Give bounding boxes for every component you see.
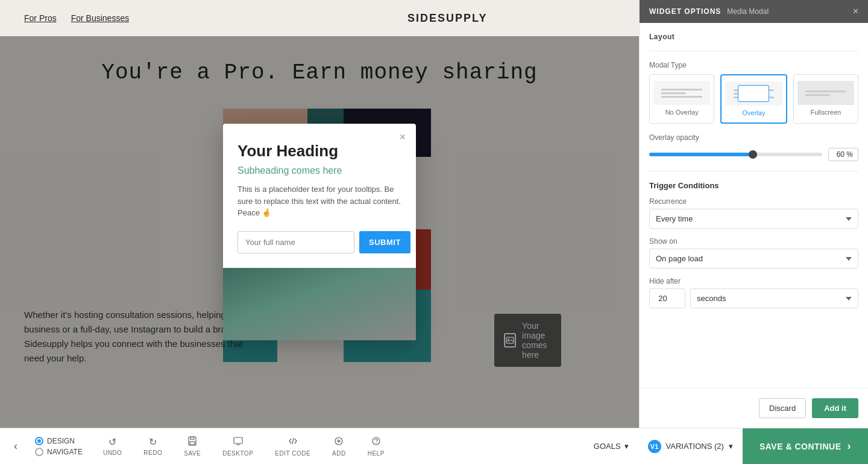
preview-line-3 — [661, 96, 702, 98]
modal-type-fullscreen[interactable]: Fullscreen — [793, 74, 858, 124]
edit-code-icon — [288, 436, 298, 448]
modal-overlay[interactable]: × Your Heading Subheading comes here Thi… — [0, 36, 639, 428]
desktop-label: DESKTOP — [222, 450, 253, 457]
overlay-label: Overlay — [743, 109, 766, 116]
panel-close-button[interactable]: × — [853, 6, 858, 17]
save-continue-button[interactable]: SAVE & CONTINUE › — [743, 428, 868, 465]
design-radio-dot — [35, 437, 43, 445]
layout-divider — [649, 51, 858, 51]
show-on-label: Show on — [649, 237, 858, 246]
variations-button[interactable]: V1 VARIATIONS (2) ▾ — [638, 435, 743, 458]
undo-label: UNDO — [103, 450, 122, 456]
modal-form: SUBMIT — [223, 231, 416, 268]
goals-chevron-icon: ▾ — [624, 442, 629, 451]
opacity-slider-track[interactable] — [649, 153, 822, 156]
modal-subheading: Subheading comes here — [223, 165, 416, 183]
add-it-button[interactable]: Add it — [812, 398, 858, 418]
desktop-icon — [233, 436, 243, 448]
widget-options-panel: WIDGET OPTIONS Media Modal × Layout Moda… — [639, 0, 868, 428]
modal-type-overlay[interactable]: Overlay — [720, 74, 787, 124]
help-icon — [371, 436, 381, 448]
overlay-preview — [725, 81, 782, 106]
toolbar-right: GOALS ▾ V1 VARIATIONS (2) ▾ SAVE & CONTI… — [584, 428, 868, 465]
edit-code-label: EDIT CODE — [275, 450, 310, 457]
svg-point-8 — [376, 442, 377, 443]
preview-line-1 — [661, 89, 702, 91]
modal-type-no-overlay[interactable]: No Overlay — [649, 74, 714, 124]
redo-icon: ↻ — [149, 436, 157, 448]
hide-after-input[interactable] — [649, 288, 685, 308]
modal-type-label: Modal Type — [649, 61, 858, 69]
opacity-row: 60 % — [649, 148, 858, 161]
fullscreen-preview — [797, 81, 854, 105]
no-overlay-preview — [653, 81, 710, 105]
no-overlay-label: No Overlay — [665, 109, 699, 116]
panel-header-title: WIDGET OPTIONS Media Modal — [649, 7, 769, 16]
svg-rect-3 — [190, 437, 194, 439]
help-button[interactable]: HELP — [357, 433, 395, 460]
show-on-select[interactable]: On page load — [649, 249, 858, 269]
opacity-slider-fill — [649, 153, 753, 156]
hide-after-unit-select[interactable]: seconds — [690, 288, 858, 308]
opacity-unit: % — [846, 150, 853, 159]
add-button[interactable]: ADD — [321, 433, 357, 460]
recurrence-select[interactable]: Every time — [649, 209, 858, 229]
undo-button[interactable]: ↺ UNDO — [92, 433, 133, 460]
add-label: ADD — [332, 450, 346, 457]
trigger-conditions-label: Trigger Conditions — [649, 181, 858, 190]
panel-title: WIDGET OPTIONS — [649, 7, 721, 16]
modal-name-input[interactable] — [237, 231, 354, 253]
goals-label: GOALS — [594, 442, 621, 451]
svg-rect-5 — [234, 437, 242, 443]
variations-chevron-icon: ▾ — [729, 442, 733, 451]
panel-footer: Discard Add it — [640, 388, 868, 428]
add-icon — [334, 436, 344, 448]
back-arrow-button[interactable]: ‹ — [6, 437, 25, 456]
goals-button[interactable]: GOALS ▾ — [584, 437, 638, 456]
panel-header: WIDGET OPTIONS Media Modal × — [640, 0, 868, 23]
discard-button[interactable]: Discard — [759, 398, 806, 418]
fs-line-1 — [805, 91, 846, 92]
panel-subtitle: Media Modal — [727, 7, 769, 16]
opacity-label: Overlay opacity — [649, 133, 858, 142]
toolbar-actions: ↺ UNDO ↻ REDO SAVE DESKTOP EDIT CODE — [92, 433, 395, 460]
save-icon — [187, 436, 197, 448]
desktop-button[interactable]: DESKTOP — [212, 433, 264, 460]
navigate-radio-option[interactable]: NAVIGATE — [35, 448, 83, 456]
save-button[interactable]: SAVE — [173, 433, 212, 460]
hide-after-label: Hide after — [649, 277, 858, 285]
opacity-value: 60 % — [828, 148, 858, 161]
design-navigate-group: DESIGN NAVIGATE — [25, 437, 92, 456]
edit-code-button[interactable]: EDIT CODE — [264, 433, 321, 460]
trigger-divider — [649, 171, 858, 171]
modal-body-text: This is a placeholder text for your tool… — [223, 183, 416, 231]
toolbar-left: ‹ DESIGN NAVIGATE — [0, 437, 92, 456]
save-label: SAVE — [184, 450, 201, 457]
hide-after-row: seconds — [649, 288, 858, 308]
design-label: DESIGN — [47, 437, 75, 445]
fullscreen-preview-lines — [803, 88, 848, 98]
modal-submit-button[interactable]: SUBMIT — [359, 231, 410, 253]
svg-point-7 — [373, 437, 380, 445]
opacity-slider-thumb[interactable] — [749, 150, 757, 159]
navigate-label: NAVIGATE — [47, 448, 83, 456]
nav-for-pros[interactable]: For Pros — [24, 13, 57, 23]
preview-line-2 — [661, 92, 685, 94]
navigate-radio-dot — [35, 448, 43, 456]
overlay-box-active — [738, 85, 770, 102]
variations-label: VARIATIONS (2) — [666, 442, 724, 451]
svg-rect-4 — [190, 442, 195, 445]
modal: × Your Heading Subheading comes here Thi… — [223, 124, 416, 340]
bottom-toolbar: ‹ DESIGN NAVIGATE ↺ UNDO ↻ REDO SAVE — [0, 428, 868, 464]
fullscreen-label: Fullscreen — [810, 109, 841, 116]
save-continue-label: SAVE & CONTINUE — [760, 442, 841, 451]
modal-close-button[interactable]: × — [395, 130, 410, 144]
design-radio-option[interactable]: DESIGN — [35, 437, 83, 445]
save-continue-chevron-icon: › — [848, 440, 852, 453]
v1-badge: V1 — [648, 440, 661, 453]
modal-types: No Overlay Overlay — [649, 74, 858, 124]
preview-lines — [659, 86, 704, 100]
redo-button[interactable]: ↻ REDO — [133, 433, 173, 460]
modal-heading: Your Heading — [223, 124, 416, 165]
nav-for-businesses[interactable]: For Businesses — [71, 13, 129, 23]
